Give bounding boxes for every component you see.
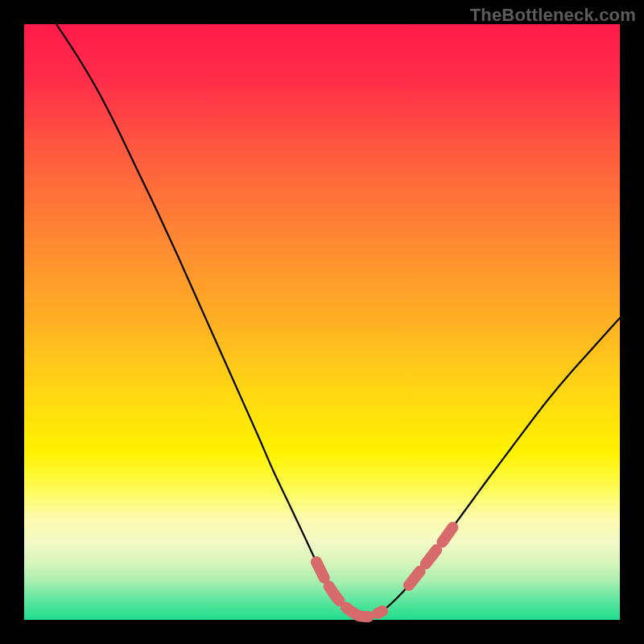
- highlight-right: [409, 523, 456, 585]
- watermark-text: TheBottleneck.com: [470, 5, 636, 26]
- bottleneck-curve: [56, 24, 620, 617]
- outer-frame: TheBottleneck.com: [0, 0, 644, 644]
- curve-layer: [24, 24, 620, 620]
- highlight-floor: [352, 611, 382, 617]
- plot-area: [24, 24, 620, 620]
- highlight-left: [316, 562, 352, 612]
